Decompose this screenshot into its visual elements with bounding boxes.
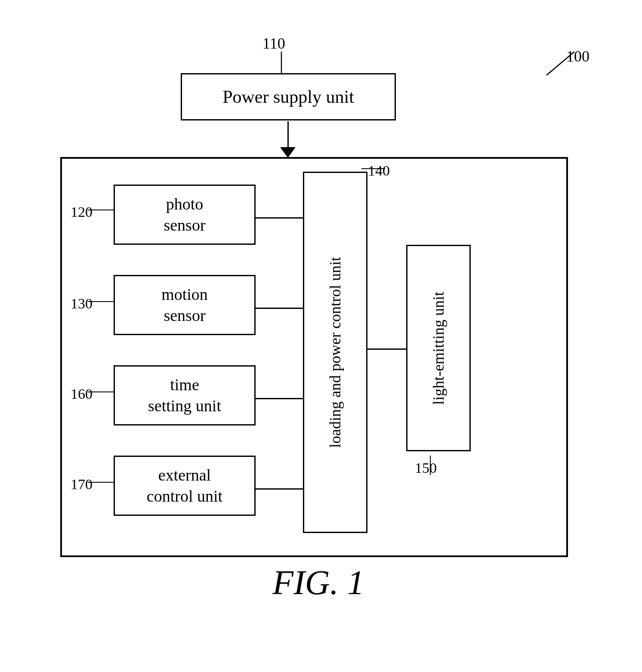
arrow-shaft-h-2 bbox=[256, 308, 305, 309]
ref-130-line bbox=[88, 301, 116, 302]
motion-sensor-box: motionsensor bbox=[114, 275, 256, 335]
loading-box: loading and power control unit bbox=[303, 172, 367, 533]
light-emitting-label: light-emitting unit bbox=[429, 292, 449, 405]
ref-130-label: 130 bbox=[71, 296, 93, 312]
ref-140-label: 140 bbox=[368, 163, 390, 179]
arrow-shaft-h-5 bbox=[367, 348, 408, 350]
photo-sensor-box: photosensor bbox=[114, 185, 256, 245]
arrow-shaft-h-3 bbox=[256, 398, 305, 399]
external-control-box: externalcontrol unit bbox=[114, 456, 256, 516]
arrow-head bbox=[280, 147, 296, 158]
ref-100-arrow bbox=[538, 49, 577, 80]
diagram: 100 110 Power supply unit 120 photosenso… bbox=[34, 26, 602, 628]
main-box: 120 photosensor 130 motionsensor 160 bbox=[60, 157, 568, 557]
ref-150-line bbox=[430, 456, 431, 475]
motion-sensor-label: motionsensor bbox=[161, 284, 208, 327]
time-setting-label: timesetting unit bbox=[148, 374, 221, 417]
arrow-shaft-h-4 bbox=[256, 488, 305, 490]
ref-120-line bbox=[88, 210, 116, 211]
ref-160-line bbox=[88, 391, 116, 393]
arrow-shaft-h bbox=[256, 217, 305, 219]
ref-150-label: 150 bbox=[415, 460, 437, 476]
power-arrow-down bbox=[280, 121, 296, 158]
ref-140-line bbox=[361, 168, 385, 170]
ref-110-label: 110 bbox=[262, 34, 285, 52]
ref-120-label: 120 bbox=[71, 204, 93, 220]
photo-sensor-label: photosensor bbox=[164, 194, 205, 236]
ref-170-label: 170 bbox=[71, 476, 93, 493]
ref-160-label: 160 bbox=[71, 386, 93, 402]
arrow-shaft bbox=[287, 121, 289, 147]
light-emitting-box: light-emitting unit bbox=[406, 245, 471, 451]
svg-line-0 bbox=[546, 52, 574, 75]
loading-label: loading and power control unit bbox=[325, 257, 346, 448]
time-setting-box: timesetting unit bbox=[114, 365, 256, 425]
figure-caption: FIG. 1 bbox=[34, 563, 602, 602]
external-control-label: externalcontrol unit bbox=[147, 465, 222, 507]
ref-170-line bbox=[88, 482, 116, 483]
power-supply-box: Power supply unit bbox=[181, 73, 396, 120]
ref-110-line bbox=[281, 52, 282, 75]
power-supply-label: Power supply unit bbox=[222, 86, 354, 107]
